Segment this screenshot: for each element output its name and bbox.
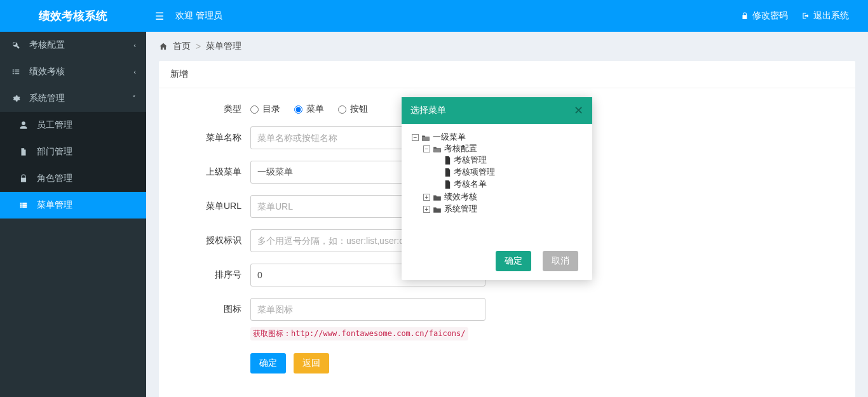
- tree-node[interactable]: +绩效考核: [409, 192, 585, 203]
- sidebar-item-label: 考核配置: [29, 39, 65, 51]
- sidebar-item[interactable]: 菜单管理: [0, 192, 146, 219]
- expand-icon[interactable]: +: [423, 206, 430, 213]
- sidebar-item[interactable]: 员工管理: [0, 112, 146, 138]
- modal-ok-button[interactable]: 确定: [496, 251, 531, 271]
- icon-help-text: 获取图标：http://www.fontawesome.com.cn/faico…: [250, 327, 468, 340]
- menu-tree: −一级菜单−考核配置考核管理考核项管理考核名单+绩效考核+系统管理: [402, 124, 592, 245]
- tree-spacer: [435, 157, 442, 164]
- app-logo: 绩效考核系统: [0, 8, 146, 24]
- label-name: 菜单名称: [174, 132, 250, 144]
- radio-menu[interactable]: 菜单: [294, 104, 324, 115]
- label-perm: 授权标识: [174, 235, 250, 246]
- sidebar-item-label: 员工管理: [37, 119, 72, 131]
- panel-title: 新增: [159, 61, 855, 88]
- breadcrumb-current: 菜单管理: [206, 41, 241, 52]
- sidebar-item-label: 系统管理: [29, 93, 65, 104]
- select-menu-modal: 选择菜单 ✕ −一级菜单−考核配置考核管理考核项管理考核名单+绩效考核+系统管理…: [402, 97, 592, 280]
- tree-node[interactable]: +系统管理: [409, 204, 585, 215]
- sidebar-item[interactable]: 考核配置‹: [0, 32, 146, 58]
- tree-node[interactable]: 考核管理: [409, 155, 585, 166]
- file-icon: [444, 168, 451, 177]
- folder-icon: [433, 206, 442, 213]
- breadcrumb: 首页 > 菜单管理: [146, 32, 868, 61]
- tree-node-label: 考核管理: [454, 155, 487, 166]
- tree-node[interactable]: −考核配置: [409, 144, 585, 154]
- file-icon: [444, 156, 451, 165]
- collapse-icon[interactable]: −: [423, 145, 430, 152]
- sidebar-item-label: 角色管理: [37, 173, 72, 184]
- tree-node[interactable]: 考核项管理: [409, 167, 585, 178]
- folder-icon: [433, 194, 442, 201]
- icon-input[interactable]: [250, 298, 485, 321]
- sidebar-item[interactable]: 系统管理˅: [0, 85, 146, 112]
- chevron-left-icon: ‹: [133, 68, 136, 76]
- chevron-left-icon: ‹: [133, 41, 136, 49]
- logout-label: 退出系统: [813, 10, 849, 22]
- modal-cancel-button[interactable]: 取消: [543, 251, 578, 271]
- bars-icon: [11, 67, 24, 76]
- tree-node-label: 考核项管理: [454, 167, 495, 178]
- radio-dir[interactable]: 目录: [250, 104, 280, 115]
- tree-node-label: 绩效考核: [444, 192, 477, 203]
- file-icon: [19, 147, 32, 156]
- file-icon: [444, 180, 451, 189]
- submit-button[interactable]: 确定: [250, 353, 286, 373]
- collapse-icon[interactable]: −: [412, 134, 419, 141]
- tree-node[interactable]: −一级菜单: [409, 132, 585, 143]
- folder-open-icon: [433, 145, 442, 153]
- tree-node-label: 系统管理: [444, 204, 477, 215]
- sidebar: 考核配置‹绩效考核‹系统管理˅员工管理部门管理角色管理菜单管理: [0, 32, 146, 397]
- logout-icon: [802, 12, 810, 20]
- sidebar-item[interactable]: 绩效考核‹: [0, 58, 146, 85]
- modal-title: 选择菜单: [410, 105, 446, 116]
- label-type: 类型: [174, 104, 250, 115]
- tree-node-label: 一级菜单: [433, 132, 466, 143]
- list-icon: [19, 201, 32, 210]
- lock-icon: [19, 174, 32, 183]
- home-icon: [159, 42, 168, 51]
- change-password-label: 修改密码: [752, 10, 788, 22]
- sidebar-item[interactable]: 角色管理: [0, 165, 146, 192]
- back-button[interactable]: 返回: [294, 353, 329, 373]
- tree-node-label: 考核名单: [454, 179, 487, 190]
- logout-link[interactable]: 退出系统: [802, 10, 849, 22]
- tree-node-label: 考核配置: [444, 144, 477, 154]
- sidebar-item-label: 绩效考核: [29, 66, 65, 77]
- welcome-text: 欢迎 管理员: [175, 10, 222, 22]
- sidebar-item[interactable]: 部门管理: [0, 138, 146, 165]
- radio-button[interactable]: 按钮: [338, 104, 368, 115]
- label-icon: 图标: [174, 304, 250, 315]
- sidebar-item-label: 菜单管理: [37, 199, 72, 211]
- tree-spacer: [435, 169, 442, 176]
- wrench-icon: [11, 41, 24, 50]
- tree-node[interactable]: 考核名单: [409, 179, 585, 190]
- close-icon[interactable]: ✕: [574, 104, 583, 118]
- chevron-down-icon: ˅: [132, 95, 136, 103]
- sidebar-item-label: 部门管理: [37, 146, 72, 158]
- label-url: 菜单URL: [174, 201, 250, 212]
- expand-icon[interactable]: +: [423, 194, 430, 201]
- label-parent: 上级菜单: [174, 166, 250, 178]
- breadcrumb-sep: >: [196, 41, 201, 51]
- toggle-sidebar-icon[interactable]: ☰: [155, 10, 164, 22]
- user-icon: [19, 121, 32, 130]
- lock-icon: [741, 12, 749, 20]
- tree-spacer: [435, 181, 442, 188]
- breadcrumb-home[interactable]: 首页: [173, 41, 191, 52]
- change-password-link[interactable]: 修改密码: [741, 10, 788, 22]
- gear-icon: [11, 94, 24, 103]
- folder-open-icon: [421, 134, 430, 142]
- label-order: 排序号: [174, 269, 250, 281]
